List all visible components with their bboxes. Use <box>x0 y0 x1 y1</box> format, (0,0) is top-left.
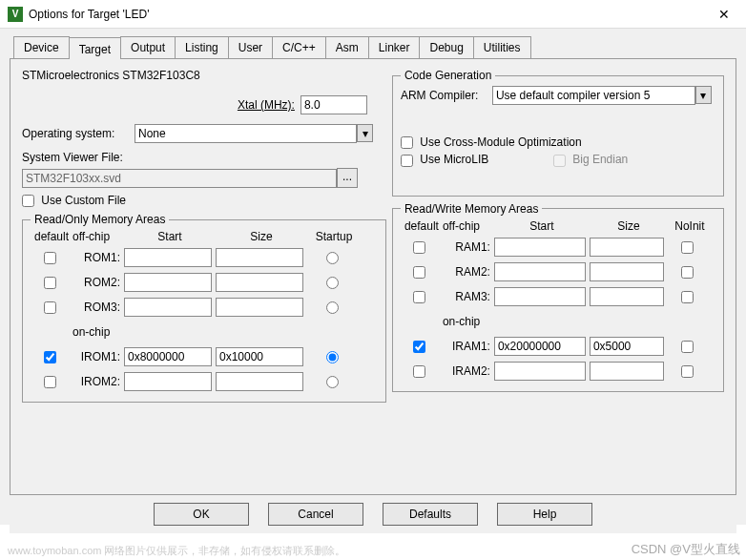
start-input[interactable] <box>494 287 586 306</box>
xtal-input[interactable] <box>300 95 367 114</box>
mem-row: IRAM2: <box>401 359 715 384</box>
watermark-right: CSDN @V型火直线 <box>632 541 740 558</box>
watermark-left: www.toymoban.com 网络图片仅供展示，非存储，如有侵权请联系删除。 <box>8 544 345 558</box>
mem-row: IROM2: <box>31 369 378 394</box>
tab-output[interactable]: Output <box>120 36 176 58</box>
xtal-label: Xtal (MHz): <box>238 98 295 112</box>
start-input[interactable] <box>494 362 586 381</box>
start-input[interactable] <box>124 298 212 317</box>
tab-user[interactable]: User <box>228 36 273 58</box>
svf-input <box>22 169 337 188</box>
mem-row: IRAM1: <box>401 334 715 359</box>
size-input[interactable] <box>216 298 303 317</box>
noinit-checkbox[interactable] <box>681 365 694 378</box>
microlib-checkbox[interactable]: Use MicroLIB <box>401 153 553 166</box>
rw-hdr-offchip: off-chip <box>443 219 494 233</box>
size-input[interactable] <box>216 248 303 267</box>
tab-target[interactable]: Target <box>69 37 121 59</box>
rw-legend: Read/Write Memory Areas <box>401 202 543 216</box>
mem-row: ROM2: <box>31 270 378 295</box>
default-checkbox[interactable] <box>413 266 425 279</box>
ok-button[interactable]: OK <box>154 503 249 526</box>
tab-asm[interactable]: Asm <box>325 36 369 58</box>
default-checkbox[interactable] <box>413 365 425 378</box>
mem-row: ROM3: <box>31 295 378 320</box>
noinit-checkbox[interactable] <box>681 266 694 279</box>
start-input[interactable] <box>494 238 586 257</box>
ro-hdr-size: Size <box>216 230 307 243</box>
default-checkbox[interactable] <box>44 252 56 264</box>
default-checkbox[interactable] <box>44 376 56 388</box>
readwrite-memory-group: Read/Write Memory Areas default off-chip… <box>392 202 724 392</box>
size-input[interactable] <box>590 262 664 281</box>
default-checkbox[interactable] <box>413 241 425 254</box>
startup-radio[interactable] <box>326 252 339 264</box>
bigendian-checkbox: Big Endian <box>553 153 628 166</box>
noinit-checkbox[interactable] <box>681 341 694 353</box>
ro-hdr-default: default <box>31 230 73 243</box>
startup-radio[interactable] <box>326 301 339 314</box>
default-checkbox[interactable] <box>44 301 56 314</box>
use-custom-file-checkbox[interactable]: Use Custom File <box>22 194 126 207</box>
mem-name: ROM3: <box>73 301 124 314</box>
mem-name: IROM2: <box>73 375 124 388</box>
tab-cpp[interactable]: C/C++ <box>272 36 326 58</box>
mem-row: RAM1: <box>401 235 715 259</box>
startup-radio[interactable] <box>326 351 339 363</box>
tab-debug[interactable]: Debug <box>419 36 473 58</box>
tabstrip: Device Target Output Listing User C/C++ … <box>13 36 736 58</box>
readonly-memory-group: Read/Only Memory Areas default off-chip … <box>22 213 386 403</box>
mem-row: RAM2: <box>401 259 715 284</box>
svf-label: System Viewer File: <box>22 151 123 164</box>
size-input[interactable] <box>590 287 664 306</box>
start-input[interactable] <box>124 273 212 292</box>
codegen-group: Code Generation ARM Compiler: ▾ Use Cros… <box>392 69 724 197</box>
size-input[interactable] <box>216 372 303 391</box>
size-input[interactable] <box>590 337 664 356</box>
window-title: Options for Target 'LED' <box>29 8 710 21</box>
size-input[interactable] <box>590 362 664 381</box>
default-checkbox[interactable] <box>44 277 56 289</box>
mem-name: RAM1: <box>443 240 494 254</box>
noinit-checkbox[interactable] <box>681 291 694 303</box>
ro-onchip-label: on-chip <box>73 325 124 339</box>
size-input[interactable] <box>216 273 303 292</box>
startup-radio[interactable] <box>326 277 339 289</box>
cancel-button[interactable]: Cancel <box>268 503 363 526</box>
startup-radio[interactable] <box>326 376 339 388</box>
chevron-down-icon[interactable]: ▾ <box>357 124 373 142</box>
start-input[interactable] <box>494 337 586 356</box>
start-input[interactable] <box>124 248 212 267</box>
size-input[interactable] <box>590 238 664 257</box>
close-icon[interactable]: ✕ <box>710 7 738 22</box>
noinit-checkbox[interactable] <box>681 241 694 254</box>
mem-row: IROM1: <box>31 344 378 369</box>
tab-device[interactable]: Device <box>13 36 70 58</box>
device-name: STMicroelectronics STM32F103C8 <box>22 69 200 82</box>
ro-hdr-start: Start <box>124 230 216 243</box>
mem-name: IRAM1: <box>443 340 494 353</box>
default-checkbox[interactable] <box>413 341 425 353</box>
chevron-down-icon[interactable]: ▾ <box>695 86 712 104</box>
ro-hdr-startup: Startup <box>307 230 361 243</box>
default-checkbox[interactable] <box>44 351 56 363</box>
os-select[interactable] <box>135 124 357 143</box>
default-checkbox[interactable] <box>413 291 425 303</box>
start-input[interactable] <box>494 262 586 281</box>
titlebar: V Options for Target 'LED' ✕ <box>0 0 746 29</box>
tab-linker[interactable]: Linker <box>368 36 421 58</box>
rw-onchip-label: on-chip <box>443 315 494 328</box>
start-input[interactable] <box>124 347 212 366</box>
help-button[interactable]: Help <box>497 503 592 526</box>
tab-listing[interactable]: Listing <box>175 36 229 58</box>
tab-utilities[interactable]: Utilities <box>473 36 531 58</box>
app-icon: V <box>8 7 23 22</box>
arm-compiler-label: ARM Compiler: <box>401 89 487 102</box>
defaults-button[interactable]: Defaults <box>383 503 478 526</box>
browse-button[interactable]: ... <box>337 168 358 188</box>
start-input[interactable] <box>124 372 212 391</box>
cross-module-checkbox[interactable]: Use Cross-Module Optimization <box>401 135 582 149</box>
rw-hdr-size: Size <box>590 219 668 233</box>
arm-compiler-select[interactable] <box>492 86 695 105</box>
size-input[interactable] <box>216 347 303 366</box>
